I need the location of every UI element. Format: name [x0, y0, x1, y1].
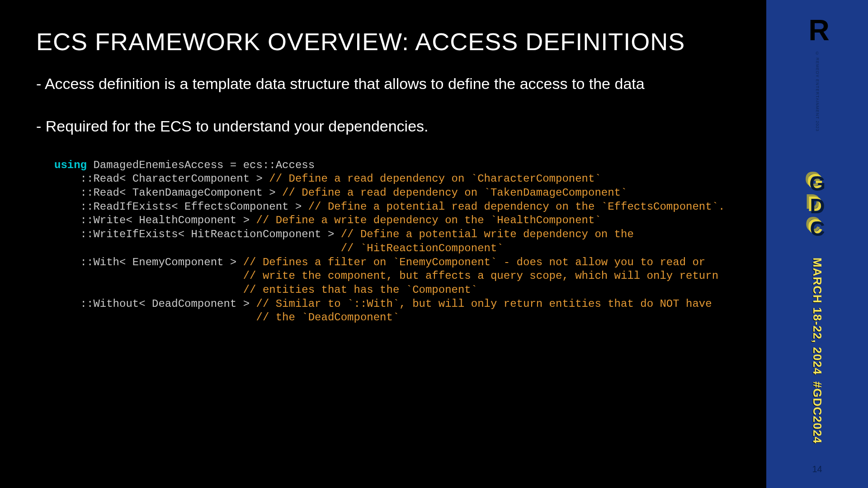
- page-number: 14: [766, 464, 868, 474]
- gdc-block: GDC GDC GDC MARCH 18-22, 2024 #GDC2024: [766, 172, 868, 444]
- gdc-hash: #GDC2024: [810, 381, 824, 444]
- gdc-date: MARCH 18-22, 2024: [810, 258, 824, 375]
- code-l2c: // Define a read dependency on `Characte…: [269, 173, 601, 185]
- slide-main: ECS FRAMEWORK OVERVIEW: ACCESS DEFINITIO…: [0, 0, 766, 488]
- code-block: using DamagedEnemiesAccess = ecs::Access…: [54, 159, 730, 325]
- code-l7d: // write the component, but affects a qu…: [54, 270, 718, 282]
- sidebar: R © REMEDY ENTERTAINMENT 2023 GDC GDC GD…: [766, 0, 868, 488]
- code-l8c: // Similar to `::With`, but will only re…: [256, 298, 712, 310]
- code-l6: ::WriteIfExists< HitReactionComponent >: [54, 228, 341, 240]
- code-l6c: // Define a potential write dependency o…: [341, 228, 634, 240]
- code-l8d: // the `DeadComponent`: [54, 311, 399, 324]
- code-l4: ::ReadIfExists< EffectsComponent >: [54, 201, 308, 213]
- code-l6d: // `HitReactionComponent`: [54, 242, 504, 254]
- code-l3c: // Define a read dependency on `TakenDam…: [282, 187, 627, 199]
- slide: ECS FRAMEWORK OVERVIEW: ACCESS DEFINITIO…: [0, 0, 868, 488]
- remedy-logo: R: [808, 19, 826, 42]
- code-l5c: // Define a write dependency on the `Hea…: [256, 214, 601, 226]
- bullet-1: - Access definition is a template data s…: [36, 74, 730, 94]
- code-l7e: // entities that has the `Component`: [54, 284, 477, 296]
- code-l7c: // Defines a filter on `EnemyComponent` …: [243, 256, 706, 268]
- code-l1: DamagedEnemiesAccess = ecs::Access: [87, 159, 315, 171]
- code-l4c: // Define a potential read dependency on…: [308, 201, 725, 213]
- bullet-2: - Required for the ECS to understand you…: [36, 116, 730, 137]
- code-l8: ::Without< DeadComponent >: [54, 298, 256, 310]
- code-l7: ::With< EnemyComponent >: [54, 256, 243, 268]
- code-keyword: using: [54, 159, 87, 171]
- copyright-text: © REMEDY ENTERTAINMENT 2023: [815, 51, 820, 131]
- code-l2: ::Read< CharacterComponent >: [54, 173, 269, 185]
- code-l3: ::Read< TakenDamageComponent >: [54, 187, 282, 199]
- slide-title: ECS FRAMEWORK OVERVIEW: ACCESS DEFINITIO…: [36, 27, 730, 56]
- code-l5: ::Write< HealthComponent >: [54, 214, 256, 226]
- gdc-logo: GDC GDC GDC: [808, 172, 826, 239]
